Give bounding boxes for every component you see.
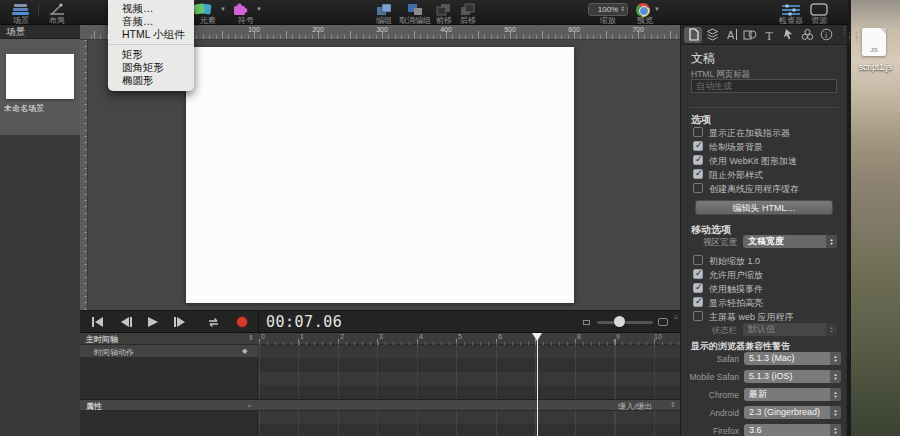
time-label: 4 <box>419 333 423 340</box>
group-button-label: 编组 <box>376 15 392 26</box>
playhead-marker[interactable] <box>532 333 542 341</box>
playhead-line[interactable] <box>537 333 538 436</box>
easing-stepper-icon[interactable]: ⇕ <box>670 401 676 409</box>
checkbox-unchecked[interactable] <box>693 255 703 265</box>
app-window: 场景 布局 ▼ 元素 ▼ 符号 编组 <box>0 0 900 436</box>
tab-identity[interactable]: i <box>817 27 835 43</box>
browser-firefox-select[interactable]: 3.6 <box>744 424 841 436</box>
checkbox-checked[interactable] <box>693 283 703 293</box>
viewport-width-select[interactable]: 文稿宽度 <box>743 235 837 248</box>
browser-safari-select[interactable]: 5.1.3 (Mac) <box>744 352 841 365</box>
scenes-button[interactable]: 场景 <box>6 0 36 25</box>
timeline-tracks-lower[interactable] <box>258 411 680 436</box>
ruler-label: 100 <box>248 26 260 33</box>
desktop-file-icon[interactable]: JS <box>862 28 886 56</box>
menu-item-html-widget[interactable]: HTML 小组件 <box>108 28 194 41</box>
tab-actions[interactable] <box>779 27 797 43</box>
ungroup-button[interactable]: 取消编组 <box>398 0 432 25</box>
checkbox-unchecked[interactable] <box>693 311 703 321</box>
timeline-tracks-upper[interactable] <box>258 345 680 399</box>
checkbox-checked[interactable] <box>693 169 703 179</box>
browser-mobile-safari-select[interactable]: 5.1.3 (iOS) <box>744 370 841 383</box>
checkbox-label: 初始缩放 1.0 <box>709 255 760 268</box>
menu-item-audio[interactable]: 音频… <box>108 15 194 28</box>
ungroup-button-label: 取消编组 <box>399 15 431 26</box>
symbols-button-label: 符号 <box>238 15 254 26</box>
desktop-background: JS script1.js <box>851 0 900 436</box>
resources-button[interactable]: 资源 <box>806 0 832 25</box>
time-label: 10 <box>654 333 662 340</box>
record-button[interactable] <box>232 315 252 329</box>
select-stepper-icon <box>830 352 841 365</box>
statusbar-select[interactable]: 默认值 <box>743 323 837 336</box>
scene-name: 未命名场景 <box>4 103 44 114</box>
tab-metrics[interactable]: A <box>722 27 740 43</box>
checkbox-checked[interactable] <box>693 297 703 307</box>
layouts-button-label: 布局 <box>49 15 65 26</box>
resources-button-label: 资源 <box>811 15 827 26</box>
group-button[interactable]: 编组 <box>370 0 398 25</box>
tab-scene[interactable] <box>703 27 721 43</box>
viewport-width-value: 文稿宽度 <box>748 236 784 246</box>
tab-typography[interactable]: T <box>760 27 778 43</box>
step-forward-button[interactable] <box>170 315 190 329</box>
tab-element[interactable] <box>741 27 759 43</box>
checkbox-label: 使用触摸事件 <box>709 283 763 296</box>
select-stepper-icon <box>830 406 841 419</box>
timeline-zoom-slider[interactable] <box>597 321 653 324</box>
keyframe-diamond-icon[interactable]: ◆ <box>242 347 247 355</box>
jump-to-start-button[interactable] <box>88 315 108 329</box>
transport-separator <box>258 311 259 333</box>
browser-android-select[interactable]: 2.3 (Gingerbread) <box>744 406 841 419</box>
inspector-toggle-button[interactable]: 检查器 <box>778 0 804 25</box>
timeline-zoom-in-icon[interactable] <box>658 318 668 326</box>
timeline-select-stepper-icon[interactable]: ⇕ <box>248 334 254 342</box>
elements-button[interactable]: ▼ 元素 <box>190 0 226 25</box>
checkbox-checked[interactable] <box>693 155 703 165</box>
checkbox-checked[interactable] <box>693 269 703 279</box>
symbols-button[interactable]: ▼ 符号 <box>230 0 262 25</box>
scene-thumbnail[interactable] <box>6 54 74 99</box>
menu-item-video[interactable]: 视频… <box>108 2 194 15</box>
checkbox-unchecked[interactable] <box>693 127 703 137</box>
checkbox-checked[interactable] <box>693 141 703 151</box>
timeline-time-ruler[interactable]: 0 1 2 3 4 5 6 7 8 9 10 <box>258 333 680 345</box>
edit-head-html-button[interactable]: 编辑头 HTML… <box>695 200 833 215</box>
mobile-options-title: 移动选项 <box>691 223 731 237</box>
timeline-header: 主时间轴 ⇕ 0 1 2 3 4 5 6 7 8 9 10 <box>80 333 680 345</box>
insert-menu: 视频… 音频… HTML 小组件 矩形 圆角矩形 椭圆形 <box>108 0 194 91</box>
preview-dropdown-arrow[interactable]: ▼ <box>654 6 660 12</box>
panel-resize-grip-icon[interactable]: ⋮⋮⋮⋮ <box>846 33 860 41</box>
send-backward-label: 后移 <box>460 15 476 26</box>
bring-forward-button[interactable]: 前移 <box>432 0 456 25</box>
html-title-input[interactable]: 自动生成 <box>691 79 837 93</box>
timeline-zoom-out-icon[interactable] <box>583 320 590 325</box>
play-button[interactable] <box>143 315 163 329</box>
timeline-actions-label: 时间轴动作 <box>94 347 134 358</box>
browser-chrome-select[interactable]: 最新 <box>744 388 841 401</box>
layouts-button[interactable]: 布局 <box>42 0 72 25</box>
ruler-minor-ticks <box>84 40 87 310</box>
statusbar-label: 状态栏 <box>681 325 737 337</box>
inspector-toggle-label: 检查器 <box>779 15 803 26</box>
tab-physics[interactable] <box>798 27 816 43</box>
tab-document[interactable] <box>684 27 702 43</box>
step-back-button[interactable] <box>116 315 136 329</box>
send-backward-button[interactable]: 后移 <box>456 0 480 25</box>
menu-item-rounded-rectangle[interactable]: 圆角矩形 <box>108 61 194 74</box>
ruler-label: 400 <box>440 26 452 33</box>
menu-item-rectangle[interactable]: 矩形 <box>108 48 194 61</box>
timeline-zoom-knob[interactable] <box>614 316 625 327</box>
properties-collapse-icon[interactable]: ⌄ <box>246 400 253 409</box>
timeline-actions-row[interactable]: 时间轴动作 ◆ <box>80 345 258 358</box>
svg-text:A: A <box>727 29 735 41</box>
elements-button-label: 元素 <box>200 15 216 26</box>
timeline-grip-icon[interactable]: ≡ <box>674 316 679 320</box>
checkbox-unchecked[interactable] <box>693 183 703 193</box>
loop-button[interactable] <box>203 315 223 329</box>
scene-list-item[interactable]: 未命名场景 <box>0 39 80 135</box>
inspector-title: 文稿 <box>691 50 715 67</box>
properties-header[interactable]: 属性 ⌄ 缓入/缓出 ⇕ <box>80 399 680 411</box>
scene-stage[interactable] <box>186 47 574 303</box>
menu-item-ellipse[interactable]: 椭圆形 <box>108 74 194 87</box>
